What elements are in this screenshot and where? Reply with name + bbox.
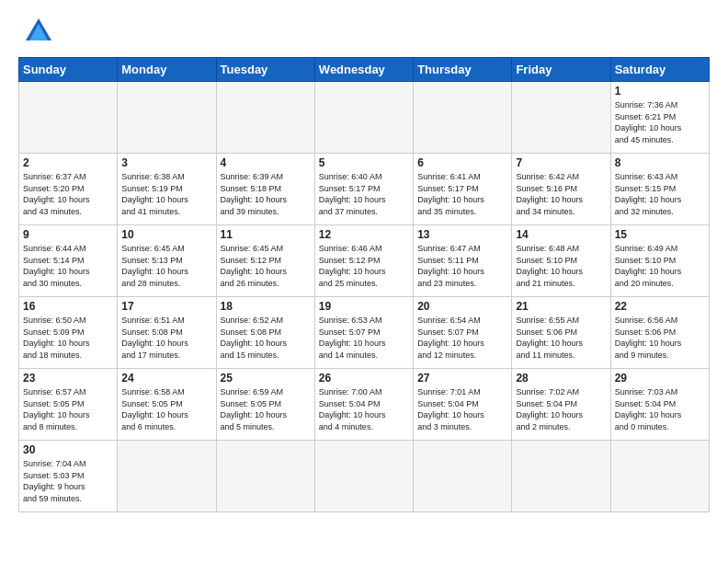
day-number: 6 bbox=[417, 156, 507, 169]
day-number: 28 bbox=[516, 372, 606, 385]
calendar-cell: 4Sunrise: 6:39 AM Sunset: 5:18 PM Daylig… bbox=[216, 154, 314, 225]
calendar-cell: 5Sunrise: 6:40 AM Sunset: 5:17 PM Daylig… bbox=[314, 154, 413, 225]
calendar-cell: 28Sunrise: 7:02 AM Sunset: 5:04 PM Dayli… bbox=[512, 369, 610, 441]
day-info: Sunrise: 7:00 AM Sunset: 5:04 PM Dayligh… bbox=[319, 386, 409, 432]
day-number: 12 bbox=[319, 228, 409, 241]
day-number: 14 bbox=[516, 228, 606, 241]
day-info: Sunrise: 6:58 AM Sunset: 5:05 PM Dayligh… bbox=[121, 386, 211, 432]
calendar-cell: 19Sunrise: 6:53 AM Sunset: 5:07 PM Dayli… bbox=[314, 297, 413, 369]
day-number: 19 bbox=[319, 300, 409, 313]
day-info: Sunrise: 6:46 AM Sunset: 5:12 PM Dayligh… bbox=[319, 243, 409, 289]
logo-icon bbox=[22, 15, 55, 48]
calendar-cell: 22Sunrise: 6:56 AM Sunset: 5:06 PM Dayli… bbox=[610, 297, 709, 369]
calendar-cell: 18Sunrise: 6:52 AM Sunset: 5:08 PM Dayli… bbox=[216, 297, 314, 369]
calendar-cell: 12Sunrise: 6:46 AM Sunset: 5:12 PM Dayli… bbox=[314, 225, 413, 297]
calendar-cell bbox=[610, 441, 709, 512]
calendar-week-5: 30Sunrise: 7:04 AM Sunset: 5:03 PM Dayli… bbox=[19, 441, 710, 512]
calendar-cell: 13Sunrise: 6:47 AM Sunset: 5:11 PM Dayli… bbox=[414, 225, 512, 297]
day-info: Sunrise: 7:04 AM Sunset: 5:03 PM Dayligh… bbox=[23, 458, 113, 504]
logo bbox=[18, 18, 55, 48]
calendar-cell: 25Sunrise: 6:59 AM Sunset: 5:05 PM Dayli… bbox=[216, 369, 314, 441]
day-number: 11 bbox=[221, 228, 311, 241]
day-number: 8 bbox=[615, 156, 705, 169]
calendar-cell: 8Sunrise: 6:43 AM Sunset: 5:15 PM Daylig… bbox=[610, 154, 709, 225]
day-info: Sunrise: 6:48 AM Sunset: 5:10 PM Dayligh… bbox=[516, 243, 606, 289]
day-number: 17 bbox=[121, 300, 211, 313]
calendar-cell: 1Sunrise: 7:36 AM Sunset: 6:21 PM Daylig… bbox=[610, 82, 709, 154]
calendar-cell: 14Sunrise: 6:48 AM Sunset: 5:10 PM Dayli… bbox=[512, 225, 610, 297]
calendar-cell bbox=[216, 82, 314, 154]
day-info: Sunrise: 6:51 AM Sunset: 5:08 PM Dayligh… bbox=[121, 315, 211, 361]
day-number: 16 bbox=[23, 300, 113, 313]
weekday-header-saturday: Saturday bbox=[610, 58, 709, 82]
calendar-week-1: 2Sunrise: 6:37 AM Sunset: 5:20 PM Daylig… bbox=[19, 154, 710, 225]
day-info: Sunrise: 6:52 AM Sunset: 5:08 PM Dayligh… bbox=[221, 315, 311, 361]
calendar-cell bbox=[512, 441, 610, 512]
day-info: Sunrise: 6:45 AM Sunset: 5:13 PM Dayligh… bbox=[121, 243, 211, 289]
day-number: 9 bbox=[23, 228, 113, 241]
calendar-cell: 29Sunrise: 7:03 AM Sunset: 5:04 PM Dayli… bbox=[610, 369, 709, 441]
calendar-cell bbox=[118, 441, 216, 512]
day-number: 27 bbox=[417, 372, 507, 385]
calendar-week-4: 23Sunrise: 6:57 AM Sunset: 5:05 PM Dayli… bbox=[19, 369, 710, 441]
day-info: Sunrise: 7:36 AM Sunset: 6:21 PM Dayligh… bbox=[615, 99, 705, 145]
calendar-cell bbox=[314, 441, 413, 512]
calendar-cell: 7Sunrise: 6:42 AM Sunset: 5:16 PM Daylig… bbox=[512, 154, 610, 225]
day-number: 30 bbox=[23, 443, 113, 456]
day-info: Sunrise: 6:38 AM Sunset: 5:19 PM Dayligh… bbox=[121, 171, 211, 217]
calendar: SundayMondayTuesdayWednesdayThursdayFrid… bbox=[18, 57, 710, 512]
day-info: Sunrise: 6:39 AM Sunset: 5:18 PM Dayligh… bbox=[221, 171, 311, 217]
calendar-cell: 6Sunrise: 6:41 AM Sunset: 5:17 PM Daylig… bbox=[414, 154, 512, 225]
day-info: Sunrise: 6:50 AM Sunset: 5:09 PM Dayligh… bbox=[23, 315, 113, 361]
calendar-cell bbox=[19, 82, 118, 154]
day-number: 26 bbox=[319, 372, 409, 385]
day-info: Sunrise: 6:40 AM Sunset: 5:17 PM Dayligh… bbox=[319, 171, 409, 217]
calendar-cell bbox=[118, 82, 216, 154]
day-info: Sunrise: 6:37 AM Sunset: 5:20 PM Dayligh… bbox=[23, 171, 113, 217]
calendar-week-0: 1Sunrise: 7:36 AM Sunset: 6:21 PM Daylig… bbox=[19, 82, 710, 154]
weekday-row: SundayMondayTuesdayWednesdayThursdayFrid… bbox=[19, 58, 710, 82]
day-info: Sunrise: 6:45 AM Sunset: 5:12 PM Dayligh… bbox=[221, 243, 311, 289]
day-number: 24 bbox=[121, 372, 211, 385]
day-number: 1 bbox=[615, 85, 705, 98]
day-info: Sunrise: 6:49 AM Sunset: 5:10 PM Dayligh… bbox=[615, 243, 705, 289]
day-info: Sunrise: 7:01 AM Sunset: 5:04 PM Dayligh… bbox=[417, 386, 507, 432]
calendar-cell: 30Sunrise: 7:04 AM Sunset: 5:03 PM Dayli… bbox=[19, 441, 118, 512]
calendar-cell bbox=[314, 82, 413, 154]
weekday-header-tuesday: Tuesday bbox=[216, 58, 314, 82]
day-number: 2 bbox=[23, 156, 113, 169]
calendar-cell: 23Sunrise: 6:57 AM Sunset: 5:05 PM Dayli… bbox=[19, 369, 118, 441]
calendar-cell: 10Sunrise: 6:45 AM Sunset: 5:13 PM Dayli… bbox=[118, 225, 216, 297]
day-info: Sunrise: 6:44 AM Sunset: 5:14 PM Dayligh… bbox=[23, 243, 113, 289]
day-number: 3 bbox=[121, 156, 211, 169]
day-number: 22 bbox=[615, 300, 705, 313]
day-number: 21 bbox=[516, 300, 606, 313]
calendar-cell: 11Sunrise: 6:45 AM Sunset: 5:12 PM Dayli… bbox=[216, 225, 314, 297]
calendar-cell: 21Sunrise: 6:55 AM Sunset: 5:06 PM Dayli… bbox=[512, 297, 610, 369]
calendar-cell bbox=[414, 441, 512, 512]
day-info: Sunrise: 6:47 AM Sunset: 5:11 PM Dayligh… bbox=[417, 243, 507, 289]
calendar-week-2: 9Sunrise: 6:44 AM Sunset: 5:14 PM Daylig… bbox=[19, 225, 710, 297]
day-info: Sunrise: 6:43 AM Sunset: 5:15 PM Dayligh… bbox=[615, 171, 705, 217]
calendar-cell: 20Sunrise: 6:54 AM Sunset: 5:07 PM Dayli… bbox=[414, 297, 512, 369]
day-number: 18 bbox=[221, 300, 311, 313]
day-info: Sunrise: 6:55 AM Sunset: 5:06 PM Dayligh… bbox=[516, 315, 606, 361]
day-number: 13 bbox=[417, 228, 507, 241]
day-info: Sunrise: 6:57 AM Sunset: 5:05 PM Dayligh… bbox=[23, 386, 113, 432]
weekday-header-friday: Friday bbox=[512, 58, 610, 82]
day-number: 5 bbox=[319, 156, 409, 169]
calendar-week-3: 16Sunrise: 6:50 AM Sunset: 5:09 PM Dayli… bbox=[19, 297, 710, 369]
day-number: 23 bbox=[23, 372, 113, 385]
day-number: 10 bbox=[121, 228, 211, 241]
calendar-cell: 2Sunrise: 6:37 AM Sunset: 5:20 PM Daylig… bbox=[19, 154, 118, 225]
weekday-header-thursday: Thursday bbox=[414, 58, 512, 82]
weekday-header-wednesday: Wednesday bbox=[314, 58, 413, 82]
calendar-cell: 15Sunrise: 6:49 AM Sunset: 5:10 PM Dayli… bbox=[610, 225, 709, 297]
calendar-cell: 17Sunrise: 6:51 AM Sunset: 5:08 PM Dayli… bbox=[118, 297, 216, 369]
header bbox=[18, 15, 710, 48]
calendar-cell: 16Sunrise: 6:50 AM Sunset: 5:09 PM Dayli… bbox=[19, 297, 118, 369]
weekday-header-monday: Monday bbox=[118, 58, 216, 82]
calendar-cell: 3Sunrise: 6:38 AM Sunset: 5:19 PM Daylig… bbox=[118, 154, 216, 225]
calendar-cell: 24Sunrise: 6:58 AM Sunset: 5:05 PM Dayli… bbox=[118, 369, 216, 441]
calendar-cell: 27Sunrise: 7:01 AM Sunset: 5:04 PM Dayli… bbox=[414, 369, 512, 441]
